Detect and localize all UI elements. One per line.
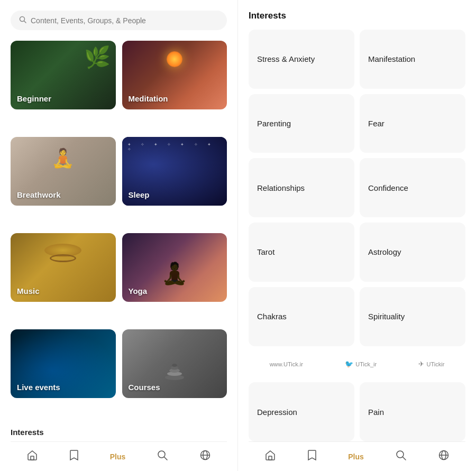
plus-label-right: Plus: [348, 452, 364, 461]
right-panel: Interests Stress & Anxiety Manifestation…: [238, 0, 476, 471]
watermark-twitter-text: UTick_ir: [355, 361, 377, 367]
interest-label-pain: Pain: [368, 408, 384, 417]
woman-icon: 🧘: [51, 147, 75, 169]
interest-label-parenting: Parenting: [257, 119, 291, 128]
nav-home-right[interactable]: [259, 447, 281, 466]
nav-bookmark-right[interactable]: [302, 447, 322, 466]
globe-icon: [199, 449, 211, 464]
grid-item-sleep[interactable]: Sleep: [122, 137, 227, 206]
category-grid: 🌿 Beginner Meditation 🧘 Breathwork Sleep…: [11, 41, 227, 419]
interest-card-tarot[interactable]: Tarot: [249, 223, 354, 282]
watermark-website: www.UTick.ir: [270, 361, 303, 367]
svg-line-9: [164, 457, 168, 460]
nav-home-left[interactable]: [21, 447, 43, 466]
left-panel: 🌿 Beginner Meditation 🧘 Breathwork Sleep…: [0, 0, 238, 471]
interest-card-manifestation[interactable]: Manifestation: [360, 30, 465, 89]
nav-globe-left[interactable]: [194, 447, 216, 466]
grid-label-sleep: Sleep: [129, 190, 150, 199]
svg-line-1: [24, 21, 26, 23]
globe-icon-right: [438, 449, 450, 464]
interest-card-pain[interactable]: Pain: [360, 382, 465, 441]
grid-label-beginner: Beginner: [17, 94, 51, 103]
home-icon: [26, 449, 38, 464]
interest-label-chakras: Chakras: [257, 312, 287, 321]
nav-plus-left[interactable]: Plus: [105, 450, 131, 463]
right-bottom-nav: Plus: [249, 441, 465, 471]
interest-label-relationships: Relationships: [257, 183, 305, 192]
telegram-icon: ✈: [418, 360, 424, 368]
nav-search-right[interactable]: [390, 447, 412, 466]
grid-item-courses[interactable]: Courses: [122, 329, 227, 398]
grid-label-music: Music: [17, 287, 40, 295]
search-nav-icon-right: [395, 449, 407, 464]
grid-label-meditation: Meditation: [129, 94, 168, 103]
grid-item-breathwork[interactable]: 🧘 Breathwork: [11, 137, 116, 206]
grid-item-meditation[interactable]: Meditation: [122, 41, 227, 109]
interest-card-chakras[interactable]: Chakras: [249, 287, 354, 346]
watermark-twitter: 🐦 UTick_ir: [345, 360, 377, 368]
left-interests-label: Interests: [11, 428, 44, 437]
grid-item-yoga[interactable]: 🧘 Yoga: [122, 233, 227, 302]
interest-card-spirituality[interactable]: Spirituality: [360, 287, 465, 346]
svg-point-6: [172, 364, 177, 367]
nav-search-left[interactable]: [151, 447, 173, 466]
bowl-ring: [50, 254, 76, 262]
leaf-icon: 🌿: [84, 45, 111, 70]
interest-card-depression[interactable]: Depression: [249, 382, 354, 441]
search-nav-icon: [157, 449, 168, 464]
sun-icon: [167, 51, 182, 67]
stones-icon: [159, 348, 190, 382]
interests-grid: Stress & Anxiety Manifestation Parenting…: [249, 30, 465, 441]
interest-card-fear[interactable]: Fear: [360, 94, 465, 153]
interests-title: Interests: [249, 11, 465, 21]
yoga-figure: 🧘: [161, 261, 188, 286]
interest-card-astrology[interactable]: Astrology: [360, 223, 465, 282]
grid-item-music[interactable]: Music: [11, 233, 116, 302]
interest-label-stress-anxiety: Stress & Anxiety: [257, 54, 315, 63]
grid-label-courses: Courses: [129, 383, 160, 392]
svg-rect-7: [31, 456, 34, 460]
svg-line-15: [403, 457, 406, 460]
watermark-telegram: ✈ UTickir: [418, 360, 444, 368]
nav-globe-right[interactable]: [433, 447, 455, 466]
watermark-website-text: www.UTick.ir: [270, 361, 303, 367]
interest-label-tarot: Tarot: [257, 247, 274, 256]
search-input[interactable]: [31, 16, 218, 25]
nav-bookmark-left[interactable]: [64, 447, 84, 466]
search-icon: [19, 16, 26, 25]
interest-card-relationships[interactable]: Relationships: [249, 158, 354, 217]
watermark-telegram-text: UTickir: [426, 361, 444, 367]
grid-item-beginner[interactable]: 🌿 Beginner: [11, 41, 116, 109]
interest-label-astrology: Astrology: [368, 247, 401, 256]
interest-label-fear: Fear: [368, 119, 385, 128]
left-bottom-section: Interests: [11, 419, 227, 441]
bookmark-icon: [69, 449, 79, 464]
search-bar[interactable]: [11, 11, 227, 30]
grid-label-live-events: Live events: [17, 383, 60, 392]
interest-card-confidence[interactable]: Confidence: [360, 158, 465, 217]
svg-rect-13: [269, 456, 272, 460]
bookmark-icon-right: [307, 449, 317, 464]
grid-item-live-events[interactable]: Live events: [11, 329, 116, 398]
interest-label-depression: Depression: [257, 408, 297, 417]
home-icon-right: [264, 449, 276, 464]
interest-label-manifestation: Manifestation: [368, 54, 415, 63]
grid-label-breathwork: Breathwork: [17, 190, 61, 199]
nav-plus-right[interactable]: Plus: [343, 450, 369, 463]
plus-label: Plus: [110, 452, 126, 461]
watermark-row: www.UTick.ir 🐦 UTick_ir ✈ UTickir: [249, 352, 465, 377]
interest-label-spirituality: Spirituality: [368, 312, 405, 321]
interest-card-stress-anxiety[interactable]: Stress & Anxiety: [249, 30, 354, 89]
twitter-icon: 🐦: [345, 360, 353, 368]
interest-label-confidence: Confidence: [368, 183, 408, 192]
interest-card-parenting[interactable]: Parenting: [249, 94, 354, 153]
grid-label-yoga: Yoga: [129, 287, 148, 295]
left-bottom-nav: Plus: [11, 441, 227, 471]
